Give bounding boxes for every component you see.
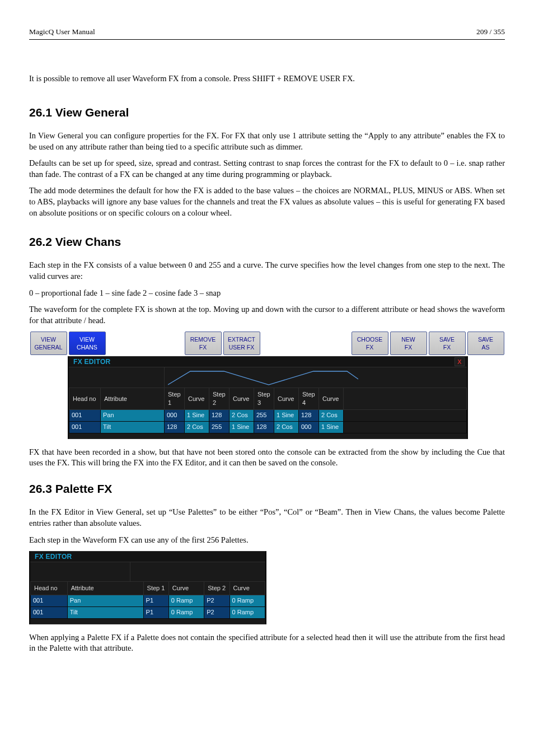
th-step4: Step 4	[299, 388, 319, 410]
cell-val[interactable]: P2	[204, 595, 229, 606]
cell-attr: Tilt	[67, 606, 143, 618]
cell-curve[interactable]: 2 Cos	[319, 409, 344, 421]
table-row[interactable]: 001 Tilt P1 0 Ramp P2 0 Ramp	[31, 606, 265, 618]
btn-l2: FX	[366, 343, 373, 351]
choose-fx-button[interactable]: CHOOSE FX	[352, 332, 388, 355]
table-row[interactable]: 001 Pan P1 0 Ramp P2 0 Ramp	[31, 595, 265, 606]
s2-p1: Each step in the FX consists of a value …	[29, 260, 505, 282]
header-left: MagicQ User Manual	[29, 27, 95, 37]
th-curve4: Curve	[319, 388, 344, 410]
btn-l2: FX	[199, 343, 207, 351]
th-step2: Step 2	[209, 388, 229, 410]
btn-l1: SAVE	[439, 335, 455, 343]
close-icon[interactable]: X	[455, 357, 465, 366]
s2-p2: 0 – proportional fade 1 – sine fade 2 – …	[29, 288, 505, 299]
cell-attr: Pan	[101, 409, 165, 421]
cell-curve[interactable]: 1 Sine	[229, 421, 254, 433]
btn-l1: REMOVE	[190, 335, 216, 343]
th-curve2: Curve	[229, 582, 265, 595]
view-general-button[interactable]: VIEW GENERAL	[30, 332, 67, 355]
th-attribute: Attribute	[101, 388, 165, 410]
table-row[interactable]: 001 Pan 000 1 Sine 128 2 Cos 255 1 Sine …	[69, 409, 467, 421]
new-fx-button[interactable]: NEW FX	[390, 332, 427, 355]
th-curve1: Curve	[168, 582, 204, 595]
cell-curve[interactable]: 2 Cos	[274, 421, 299, 433]
header-right: 209 / 355	[476, 27, 505, 37]
th-head-no: Head no	[31, 582, 68, 595]
btn-l1: CHOOSE	[357, 335, 383, 343]
heading-26-2: 26.2 View Chans	[29, 234, 505, 250]
cell-head: 001	[31, 595, 68, 606]
btn-l1: VIEW	[41, 335, 56, 343]
cell-curve[interactable]: 0 Ramp	[168, 595, 204, 606]
s3-p2: Each step in the Waveform FX can use any…	[29, 535, 505, 546]
cell-curve[interactable]: 0 Ramp	[168, 606, 204, 618]
th-step2: Step 2	[204, 582, 229, 595]
s1-p1: In View General you can configure proper…	[29, 130, 505, 152]
intro-paragraph: It is possible to remove all user Wavefo…	[29, 73, 505, 85]
fx-palette-table: Head no Attribute Step 1 Curve Step 2 Cu…	[30, 581, 265, 624]
cell-val[interactable]: 128	[299, 409, 319, 421]
th-curve1: Curve	[185, 388, 209, 410]
cell-curve[interactable]: 0 Ramp	[229, 606, 265, 618]
btn-l2: FX	[443, 343, 451, 351]
heading-26-3: 26.3 Palette FX	[29, 481, 505, 497]
btn-l1: EXTRACT	[228, 335, 255, 343]
th-attribute: Attribute	[67, 582, 143, 595]
cell-curve[interactable]: 2 Cos	[229, 409, 254, 421]
s2-p3: The waveform for the complete FX is show…	[29, 304, 505, 326]
heading-26-1: 26.1 View General	[29, 105, 505, 120]
s2-after-panel: FX that have been recorded in a show, bu…	[29, 447, 505, 469]
cell-val[interactable]: P2	[204, 606, 229, 618]
cell-val[interactable]: 128	[165, 421, 185, 433]
fx-editor-panel-wide: FX EDITOR X Head no Attribute	[68, 356, 468, 439]
s3-p1: In the FX Editor in View General, set up…	[29, 507, 505, 529]
cell-curve[interactable]: 1 Sine	[185, 409, 209, 421]
remove-fx-button[interactable]: REMOVE FX	[185, 332, 222, 355]
th-step3: Step 3	[254, 388, 274, 410]
cell-val[interactable]: 000	[165, 409, 185, 421]
th-step1: Step 1	[143, 582, 168, 595]
fx-editor-panel-small: FX EDITOR Head no Attribute Step 1	[29, 551, 266, 624]
fx-editor-title: FX EDITOR	[73, 357, 111, 366]
th-step1: Step 1	[165, 388, 185, 410]
cell-curve[interactable]: 1 Sine	[319, 421, 344, 433]
cell-curve[interactable]: 2 Cos	[185, 421, 209, 433]
cell-head: 001	[69, 409, 101, 421]
cell-attr: Pan	[67, 595, 143, 606]
cell-val[interactable]: 255	[209, 421, 229, 433]
btn-l2: AS	[481, 343, 489, 351]
cell-val[interactable]: 128	[209, 409, 229, 421]
btn-l1: NEW	[401, 335, 415, 343]
save-fx-button[interactable]: SAVE FX	[429, 332, 466, 355]
btn-l2: CHANS	[77, 343, 97, 351]
s1-p3: The add mode determines the default for …	[29, 185, 505, 218]
extract-user-fx-button[interactable]: EXTRACT USER FX	[223, 332, 260, 355]
save-as-button[interactable]: SAVE AS	[467, 332, 504, 355]
cell-val[interactable]: P1	[143, 606, 168, 618]
cell-val[interactable]: 000	[299, 421, 319, 433]
cell-head: 001	[31, 606, 68, 618]
cell-val[interactable]: 128	[254, 421, 274, 433]
cell-attr: Tilt	[101, 421, 165, 433]
btn-l1: SAVE	[478, 335, 493, 343]
th-curve2: Curve	[229, 388, 254, 410]
cell-val[interactable]: 255	[254, 409, 274, 421]
th-curve3: Curve	[274, 388, 299, 410]
s3-after-panel: When applying a Palette FX if a Palette …	[29, 632, 505, 654]
table-row[interactable]: 001 Tilt 128 2 Cos 255 1 Sine 128 2 Cos …	[69, 421, 467, 433]
s1-p2: Defaults can be set up for speed, size, …	[29, 158, 505, 180]
waveform-display	[165, 367, 467, 388]
btn-l2: GENERAL	[34, 343, 62, 351]
fx-steps-table: Head no Attribute Step 1 Curve Step 2 Cu…	[69, 388, 467, 438]
cell-val[interactable]: P1	[143, 595, 168, 606]
th-head-no: Head no	[69, 388, 101, 410]
wave-left-blank	[69, 367, 165, 388]
cell-curve[interactable]: 1 Sine	[274, 409, 299, 421]
view-chans-button[interactable]: VIEW CHANS	[69, 332, 106, 355]
cell-curve[interactable]: 0 Ramp	[229, 595, 265, 606]
cell-head: 001	[69, 421, 101, 433]
btn-l1: VIEW	[79, 335, 95, 343]
waveform-display	[130, 562, 265, 581]
wave-left-blank	[30, 562, 130, 581]
